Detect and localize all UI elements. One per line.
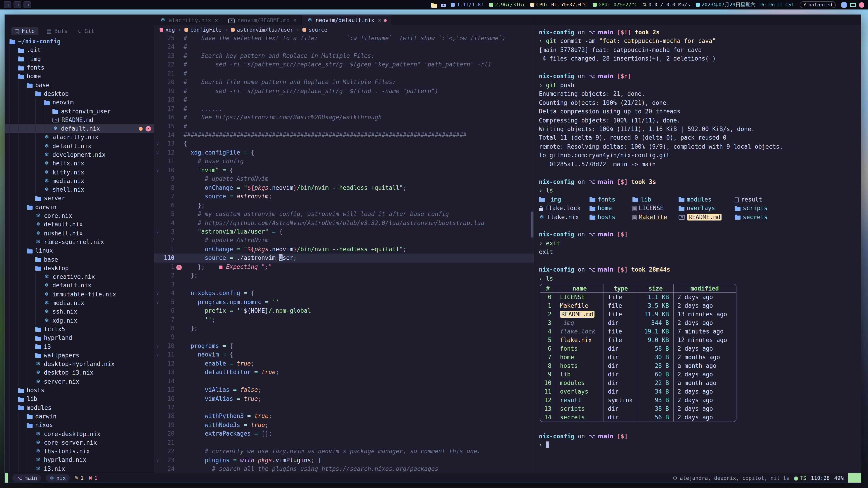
tree-item-fhs-fonts.nix[interactable]: fhs-fonts.nix [5, 447, 154, 456]
terminal-pane[interactable]: nix-config on main [$!] took 2s› git com… [534, 15, 861, 473]
tree-item-xdg.nix[interactable]: xdg.nix [5, 316, 154, 325]
tree-tab-file[interactable]: File [11, 27, 38, 35]
editor-scrollbar-thumb[interactable] [531, 212, 533, 238]
breadcrumb-xdg[interactable]: xdg [160, 26, 175, 33]
code-line[interactable]: 1✕ }; ■ Expecting ";" [154, 263, 534, 271]
tree-item-.git[interactable]: .git [5, 46, 154, 55]
code-line[interactable]: 20# Search file name pattern and Replace… [154, 78, 534, 87]
code-line[interactable]: ∨12 xdg.configFile = { [154, 148, 534, 157]
code-line[interactable]: 18# [154, 95, 534, 104]
screenshot-icon[interactable] [441, 4, 446, 7]
tree-item-i3[interactable]: i3 [5, 342, 154, 351]
tree-tab-git[interactable]: ⌥Git [75, 28, 94, 34]
tree-item-default.nix[interactable]: default.nix [5, 281, 154, 290]
code-line[interactable]: 14######################################… [154, 131, 534, 139]
code-line[interactable]: 18 withPython3 = true; [154, 412, 534, 421]
code-line[interactable]: ∨4 nixpkgs.config = { [154, 289, 534, 297]
code-line[interactable]: 21 [154, 438, 534, 447]
code-line[interactable]: 14 [154, 377, 534, 385]
tree-item-helix.nix[interactable]: helix.nix [5, 159, 154, 168]
tree-item-media.nix[interactable]: media.nix [5, 299, 154, 307]
tree-item-nushell.nix[interactable]: nushell.nix [5, 229, 154, 238]
code-line[interactable]: 9 [154, 333, 534, 341]
tree-item-default.nix[interactable]: default.nix [5, 220, 154, 229]
tab-neovim/default.nix[interactable]: neovim/default.nix×● [302, 15, 392, 25]
tree-tab-bufs[interactable]: ▤Bufs [46, 28, 68, 34]
code-line[interactable]: 22# sed -ri "s/pattern_str/replace_str/g… [154, 60, 534, 69]
tree-item-immutable-file.nix[interactable]: immutable-file.nix [5, 290, 154, 299]
file-tree-panel[interactable]: File▤Bufs⌥Git ~/nix-config.git_imgfontsh… [5, 15, 154, 473]
tree-item-base[interactable]: base [5, 255, 154, 264]
tree-item-hosts[interactable]: hosts [5, 386, 154, 395]
code-line[interactable]: ∨5 programs.npm.npmrc = '' [154, 297, 534, 306]
screen-record-icon[interactable] [859, 2, 864, 7]
code-line[interactable]: ∨13{ [154, 139, 534, 148]
tree-item-fonts[interactable]: fonts [5, 63, 154, 72]
code-line[interactable]: 3 [154, 280, 534, 289]
tree-item-desktop[interactable]: desktop [5, 264, 154, 272]
git-changes[interactable]: ✎1 [74, 475, 84, 481]
breadcrumb-astronvim/lua/user[interactable]: astronvim/lua/user [231, 26, 293, 33]
code-line[interactable]: ∨10 programs = { [154, 341, 534, 350]
tree-item-server.nix[interactable]: server.nix [5, 377, 154, 386]
code-area[interactable]: 25# Save the selected text to a file: `:… [154, 34, 534, 473]
tree-item-hyprland.nix[interactable]: hyprland.nix [5, 456, 154, 464]
tab-alacritty.nix[interactable]: alacritty.nix× [155, 15, 223, 25]
tree-item-linux[interactable]: linux [5, 246, 154, 255]
code-line[interactable]: 19# sed -ri "s/pattern_str/replace_str/g… [154, 87, 534, 95]
tree-item-_img[interactable]: _img [5, 55, 154, 63]
tree-item-core-desktop.nix[interactable]: core-desktop.nix [5, 429, 154, 438]
code-line[interactable]: 22 # currently we use lazy.nvim as neovi… [154, 447, 534, 456]
code-line[interactable]: 20 extraPackages = []; [154, 429, 534, 438]
code-line[interactable]: 25# Save the selected text to a file: `:… [154, 34, 534, 43]
close-icon[interactable]: × [293, 17, 297, 23]
code-line[interactable]: 2 }; [154, 271, 534, 280]
code-line[interactable]: 110 source = ./astronvim_user; [154, 254, 534, 263]
code-line[interactable]: 16# See https://astronvim.com/Basic%20Us… [154, 113, 534, 122]
terminal-body[interactable]: nix-config on main [$!] took 2s› git com… [534, 25, 861, 473]
tree-item-kitty.nix[interactable]: kitty.nix [5, 168, 154, 177]
code-line[interactable]: 8 }; [154, 324, 534, 333]
tree-item-core-server.nix[interactable]: core-server.nix [5, 438, 154, 447]
folder-tray-icon[interactable] [432, 3, 437, 7]
tree-item-desktop-i3.nix[interactable]: desktop-i3.nix [5, 368, 154, 377]
tree-item-desktop-hyprland.nix[interactable]: desktop-hyprland.nix [5, 360, 154, 368]
editor-pane[interactable]: alacritty.nix×neovim/README.md×neovim/de… [154, 15, 534, 473]
tree-item-fcitx5[interactable]: fcitx5 [5, 325, 154, 334]
code-line[interactable]: 11 # base config [154, 157, 534, 166]
breadcrumb-configFile[interactable]: configFile [184, 26, 221, 33]
close-icon[interactable]: × [215, 17, 218, 23]
tree-item-hyprland[interactable]: hyprland [5, 333, 154, 342]
code-line[interactable]: 17 [154, 403, 534, 412]
tree-item-astronvim_user[interactable]: astronvim_user [5, 107, 154, 116]
tree-item-creative.nix[interactable]: creative.nix [5, 272, 154, 281]
code-line[interactable]: 23# Search key pattern and Replace in Mu… [154, 52, 534, 60]
code-line[interactable]: 17# ...... [154, 104, 534, 113]
git-branch[interactable]: ⌥main [12, 474, 41, 482]
code-line[interactable]: 9 # update AstroNvim [154, 175, 534, 184]
tree-item-ssh.nix[interactable]: ssh.nix [5, 307, 154, 316]
tree-item-i3.nix[interactable]: i3.nix [5, 464, 154, 473]
tree-item-media.nix[interactable]: media.nix [5, 177, 154, 186]
tree-item-~/nix-config[interactable]: ~/nix-config [5, 37, 154, 46]
tree-item-home[interactable]: home [5, 72, 154, 80]
code-line[interactable]: 7 source = astronvim; [154, 192, 534, 201]
tree-item-default.nix[interactable]: default.nix●✕ [5, 124, 154, 133]
tree-item-neovim[interactable]: neovim [5, 98, 154, 107]
tree-item-nixos[interactable]: nixos [5, 421, 154, 429]
code-line[interactable]: 13 defaultEditor = true; [154, 368, 534, 377]
code-line[interactable]: 4 # https://github.com/AstroNvim/AstroNv… [154, 219, 534, 227]
code-line[interactable]: 2 # update AstroNvim [154, 236, 534, 245]
code-line[interactable]: 15# [154, 122, 534, 131]
tree-item-darwin[interactable]: darwin [5, 412, 154, 421]
close-icon[interactable]: × [378, 17, 381, 23]
tree-item-default.nix[interactable]: default.nix [5, 142, 154, 151]
tree-item-development.nix[interactable]: development.nix [5, 151, 154, 159]
tree-item-server[interactable]: server [5, 194, 154, 203]
code-line[interactable]: 12 enable = true; [154, 359, 534, 368]
diagnostics-errors[interactable]: ✖1 [88, 475, 97, 481]
code-line[interactable]: 1 onChange = "${pkgs.neovim}/bin/nvim --… [154, 245, 534, 254]
code-line[interactable]: 21# [154, 69, 534, 78]
tree-item-modules[interactable]: modules [5, 403, 154, 412]
workspace-3-button[interactable] [24, 1, 31, 8]
